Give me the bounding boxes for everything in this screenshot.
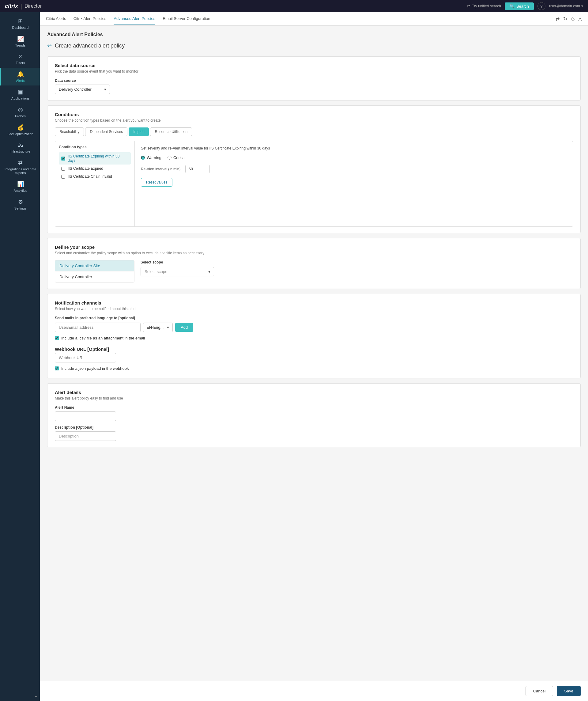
- condition-settings-panel: Set severity and re-Alert interval value…: [135, 141, 573, 226]
- sidebar-item-integrations[interactable]: ⇄ Integrations and data exports: [0, 156, 40, 178]
- page-header: Advanced Alert Policies: [47, 32, 581, 37]
- scope-section: Define your scope Select and customize t…: [47, 238, 581, 289]
- dashboard-icon: ⊞: [18, 18, 23, 24]
- search-button-label: Search: [516, 4, 529, 9]
- scope-desc: Select and customize the policy scope wi…: [55, 251, 573, 255]
- user-info: user@domain.com: [549, 4, 580, 8]
- sidebar-item-alerts[interactable]: 🔔 Alerts: [0, 68, 40, 85]
- applications-icon: ▣: [18, 88, 23, 95]
- scope-item-dc[interactable]: Delivery Controller: [55, 271, 134, 282]
- share-icon[interactable]: ⇄: [556, 16, 560, 22]
- sub-nav-tabs: Citrix Alerts Citrix Alert Policies Adva…: [46, 13, 556, 25]
- integrations-icon: ⇄: [18, 159, 23, 166]
- sidebar-item-analytics[interactable]: 📊 Analytics: [0, 178, 40, 196]
- condition-checkbox-iis-cert-30[interactable]: [61, 157, 65, 161]
- sub-nav-actions: ⇄ ↻ ◇ △: [556, 16, 582, 22]
- sidebar-item-label: Probes: [15, 114, 26, 118]
- tab-citrix-alert-policies[interactable]: Citrix Alert Policies: [73, 13, 106, 25]
- sidebar-item-probes[interactable]: ◎ Probes: [0, 103, 40, 121]
- condition-types-title: Condition types: [59, 145, 131, 149]
- citrix-logo: citrix: [5, 3, 18, 9]
- re-alert-input[interactable]: [185, 165, 210, 173]
- help-button[interactable]: ?: [538, 2, 545, 10]
- condition-settings-title: Set severity and re-Alert interval value…: [141, 146, 567, 151]
- tab-citrix-alerts[interactable]: Citrix Alerts: [46, 13, 66, 25]
- sidebar-item-infrastructure[interactable]: 🖧 Infrastructure: [0, 139, 40, 156]
- tab-reachability[interactable]: Reachability: [55, 128, 84, 136]
- tab-dependent-services[interactable]: Dependent Services: [85, 128, 127, 136]
- sidebar-item-filters[interactable]: ⧖ Filters: [0, 50, 40, 68]
- lang-select-wrapper: EN-Eng... ▼: [143, 322, 173, 332]
- try-unified-search[interactable]: ⇄ Try unified search: [467, 4, 501, 8]
- back-button[interactable]: ↩: [47, 42, 52, 49]
- diamond-icon[interactable]: ◇: [571, 16, 575, 22]
- search-button[interactable]: 🔍 Search: [505, 2, 534, 10]
- create-form-header: ↩ Create advanced alert policy: [47, 42, 581, 49]
- lang-select[interactable]: EN-Eng...: [143, 322, 173, 332]
- re-alert-label: Re-Alert interval (in min):: [141, 167, 182, 171]
- data-source-select-wrapper: Delivery Controller VDA ▼: [55, 84, 110, 94]
- severity-warning-radio[interactable]: [141, 156, 145, 160]
- alert-triangle-icon[interactable]: △: [578, 16, 582, 22]
- top-navigation: citrix | Director ⇄ Try unified search 🔍…: [0, 0, 588, 12]
- tab-resource-utilization[interactable]: Resource Utilization: [150, 128, 192, 136]
- scope-item-site[interactable]: Delivery Controller Site: [55, 260, 134, 271]
- chevron-down-icon: ▾: [581, 4, 583, 8]
- save-button[interactable]: Save: [557, 686, 581, 696]
- tab-impact[interactable]: Impact: [128, 128, 149, 136]
- refresh-icon[interactable]: ↻: [563, 16, 567, 22]
- webhook-input[interactable]: [55, 353, 116, 363]
- severity-critical-label: Critical: [173, 155, 186, 160]
- csv-checkbox[interactable]: [55, 336, 59, 340]
- severity-radio-group: Warning Critical: [141, 155, 567, 160]
- condition-checkbox-iis-cert-expired[interactable]: [61, 167, 65, 171]
- sidebar-item-label: Alerts: [16, 79, 24, 82]
- scope-select[interactable]: Select scope: [140, 267, 214, 276]
- webhook-title: Webhook URL [Optional]: [55, 346, 573, 352]
- infra-icon: 🖧: [18, 142, 23, 148]
- tab-advanced-alert-policies[interactable]: Advanced Alert Policies: [113, 13, 155, 25]
- condition-item-iis-cert-30[interactable]: IIS Certificate Expiring within 30 days: [59, 152, 131, 165]
- condition-label-iis-cert-expired: IIS Certificate Expired: [68, 166, 103, 171]
- data-source-select[interactable]: Delivery Controller VDA: [55, 84, 110, 94]
- condition-label-iis-cert-chain: IIS Certificate Chain Invalid: [68, 174, 112, 179]
- data-source-desc: Pick the data source event that you want…: [55, 69, 573, 73]
- severity-warning[interactable]: Warning: [141, 155, 162, 160]
- sidebar-collapse-button[interactable]: «: [0, 692, 40, 701]
- scope-list: Delivery Controller Site Delivery Contro…: [55, 260, 134, 282]
- cancel-button[interactable]: Cancel: [526, 686, 553, 696]
- sidebar-item-label: Analytics: [13, 189, 27, 192]
- add-email-button[interactable]: Add: [175, 323, 193, 332]
- cost-icon: 💰: [17, 124, 24, 131]
- condition-item-iis-cert-expired[interactable]: IIS Certificate Expired: [59, 165, 131, 173]
- alert-details-title: Alert details: [55, 390, 573, 395]
- description-input[interactable]: [55, 431, 116, 441]
- sidebar-item-settings[interactable]: ⚙ Settings: [0, 196, 40, 213]
- re-alert-row: Re-Alert interval (in min):: [141, 165, 567, 173]
- sidebar-item-cost-optimization[interactable]: 💰 Cost optimization: [0, 121, 40, 139]
- email-input[interactable]: [55, 322, 140, 332]
- notification-section: Notification channels Select how you wan…: [47, 294, 581, 379]
- sidebar-item-dashboard[interactable]: ⊞ Dashboard: [0, 15, 40, 32]
- json-checkbox[interactable]: [55, 367, 59, 371]
- alert-details-section: Alert details Make this alert policy eas…: [47, 383, 581, 447]
- alert-name-input[interactable]: [55, 412, 116, 421]
- try-unified-search-label: Try unified search: [472, 4, 501, 8]
- alert-name-label: Alert Name: [55, 405, 573, 410]
- notification-desc: Select how you want to be notified about…: [55, 307, 573, 311]
- probes-icon: ◎: [18, 106, 23, 113]
- tab-email-server-config[interactable]: Email Server Configuration: [163, 13, 210, 25]
- data-source-title: Select data source: [55, 63, 573, 68]
- csv-label: Include a .csv file as an attachment in …: [61, 336, 145, 340]
- condition-checkbox-iis-cert-chain[interactable]: [61, 175, 65, 179]
- main-content: Citrix Alerts Citrix Alert Policies Adva…: [40, 12, 588, 701]
- user-avatar[interactable]: user@domain.com ▾: [549, 4, 583, 8]
- sidebar-item-label: Integrations and data exports: [3, 167, 37, 175]
- sidebar-item-applications[interactable]: ▣ Applications: [0, 85, 40, 103]
- sidebar-item-trends[interactable]: 📈 Trends: [0, 32, 40, 50]
- severity-critical[interactable]: Critical: [168, 155, 186, 160]
- reset-values-button[interactable]: Reset values: [141, 178, 173, 187]
- condition-item-iis-cert-chain[interactable]: IIS Certificate Chain Invalid: [59, 173, 131, 181]
- severity-critical-radio[interactable]: [168, 156, 172, 160]
- json-label: Include a json payload in the webhook: [61, 366, 128, 371]
